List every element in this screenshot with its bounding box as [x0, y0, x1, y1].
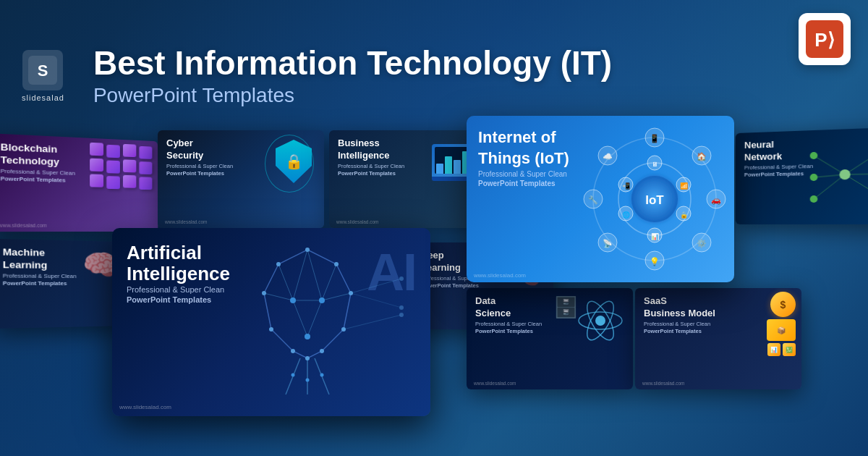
slide-saas[interactable]: SaaSBusiness Model Professional & Super …: [635, 288, 801, 389]
cube-12: [139, 177, 152, 190]
svg-text:⚙️: ⚙️: [697, 238, 707, 248]
svg-text:P⟩: P⟩: [814, 29, 834, 51]
iot-label: Internet ofThings (IoT) Professional & S…: [478, 127, 569, 188]
svg-point-60: [334, 262, 339, 266]
svg-point-42: [810, 152, 818, 159]
ml-sub: Professional & Super Clean: [3, 272, 77, 279]
cube-4: [139, 146, 152, 159]
iot-watermark: www.slidesalad.com: [474, 272, 526, 279]
svg-point-66: [269, 327, 273, 332]
svg-point-67: [262, 291, 266, 295]
svg-line-38: [814, 174, 845, 199]
slide-iot[interactable]: Internet ofThings (IoT) Professional & S…: [467, 116, 734, 282]
network-svg: [799, 131, 868, 217]
cyber-visual: 🔒: [272, 136, 315, 187]
svg-line-57: [322, 293, 351, 300]
saas-mini-box-2: 💹: [783, 343, 796, 356]
blockchain-label: BlockchainTechnology Professional & Supe…: [1, 141, 75, 184]
powerpoint-icon-box: P⟩: [799, 13, 851, 65]
svg-point-77: [306, 379, 310, 382]
ai-visual: [206, 242, 409, 402]
saas-title: SaaSBusiness Model: [644, 295, 715, 320]
svg-text:🖥: 🖥: [652, 161, 658, 168]
svg-point-45: [839, 169, 850, 180]
slide-ai[interactable]: ArtificialIntelligence Professional & Su…: [112, 228, 430, 416]
svg-text:📊: 📊: [651, 232, 660, 241]
slide-blockchain[interactable]: BlockchainTechnology Professional & Supe…: [0, 133, 158, 232]
saas-visual: $ 📦 📊 💹: [731, 292, 796, 371]
svg-text:📱: 📱: [650, 133, 660, 143]
svg-text:📶: 📶: [680, 182, 689, 190]
cube-2: [106, 145, 120, 158]
bi-watermark: www.slidesalad.com: [336, 219, 379, 224]
svg-text:🚗: 🚗: [711, 195, 721, 205]
svg-point-63: [320, 349, 324, 353]
iot-sub: Professional & Super Clean: [478, 169, 569, 179]
ai-figure-svg: [206, 242, 409, 402]
slide-cyber[interactable]: CyberSecurity Professional & Super Clean…: [158, 130, 324, 228]
iot-template: PowerPoint Templates: [478, 179, 569, 188]
svg-line-55: [322, 264, 336, 300]
svg-point-65: [291, 349, 295, 353]
iot-title: Internet ofThings (IoT): [478, 127, 569, 169]
ml-label: MachineLearning Professional & Super Cle…: [3, 246, 77, 287]
slide-network[interactable]: NeuralNetwork Professional & Super Clean…: [736, 127, 868, 224]
svg-text:💡: 💡: [650, 256, 660, 266]
logo-area: S slidesalad: [22, 50, 64, 102]
shield-shape: 🔒: [276, 140, 312, 183]
svg-text:📲: 📲: [622, 182, 631, 190]
svg-marker-49: [264, 250, 351, 358]
svg-point-44: [810, 195, 818, 203]
svg-text:🔧: 🔧: [588, 195, 598, 205]
cube-5: [90, 159, 103, 172]
svg-point-75: [292, 373, 295, 377]
svg-text:🏠: 🏠: [697, 151, 707, 161]
svg-point-68: [276, 262, 281, 266]
svg-line-79: [344, 315, 401, 329]
saas-watermark: www.slidesalad.com: [642, 381, 685, 386]
cyber-template: PowerPoint Templates: [166, 170, 233, 177]
slide-ds[interactable]: DataScience Professional & Super Clean P…: [467, 288, 633, 389]
blockchain-template: PowerPoint Templates: [1, 175, 75, 185]
svg-text:📡: 📡: [603, 238, 613, 248]
cube-8: [139, 161, 152, 174]
svg-line-78: [351, 279, 401, 293]
slide-ml[interactable]: MachineLearning Professional & Super Cle…: [0, 239, 126, 329]
saas-label: SaaSBusiness Model Professional & Super …: [644, 295, 715, 334]
slidesalad-logo-icon: S: [28, 56, 57, 85]
saas-template: PowerPoint Templates: [644, 328, 715, 335]
svg-point-71: [305, 334, 310, 339]
page-title-line1: Best Information Technology (IT): [93, 45, 846, 82]
cube-11: [123, 175, 136, 188]
cube-9: [90, 174, 103, 187]
svg-point-43: [810, 174, 818, 181]
cyber-sub: Professional & Super Clean: [166, 163, 233, 170]
cube-1: [90, 143, 103, 156]
svg-text:☁️: ☁️: [603, 151, 613, 161]
svg-point-69: [319, 297, 325, 303]
svg-line-58: [264, 293, 293, 300]
brand-name: slidesalad: [22, 93, 64, 102]
iot-diagram: IoT 📱 🏠 🚗 ⚙️ 💡 📡: [582, 123, 727, 275]
blockchain-title: BlockchainTechnology: [1, 141, 75, 169]
svg-line-54: [293, 300, 307, 337]
ds-watermark: www.slidesalad.com: [474, 381, 516, 386]
svg-text:🌐: 🌐: [622, 211, 631, 219]
ml-title: MachineLearning: [3, 246, 77, 272]
iot-svg: IoT 📱 🏠 🚗 ⚙️ 💡 📡: [582, 123, 727, 275]
svg-point-76: [320, 373, 324, 377]
cube-7: [123, 159, 136, 172]
svg-text:S: S: [38, 62, 48, 80]
saas-box-1: 📦: [767, 319, 796, 341]
cyber-label: CyberSecurity Professional & Super Clean…: [166, 138, 233, 177]
cube-3: [123, 144, 136, 157]
ds-visual: [575, 295, 626, 346]
cube-10: [106, 176, 120, 189]
svg-point-81: [399, 276, 404, 281]
ds-template: PowerPoint Templates: [475, 328, 542, 335]
svg-line-53: [307, 300, 322, 337]
saas-stack: 📊 💹: [767, 343, 796, 356]
saas-sub: Professional & Super Clean: [644, 321, 715, 328]
svg-point-59: [305, 248, 310, 252]
slides-area: BlockchainTechnology Professional & Supe…: [0, 123, 868, 456]
